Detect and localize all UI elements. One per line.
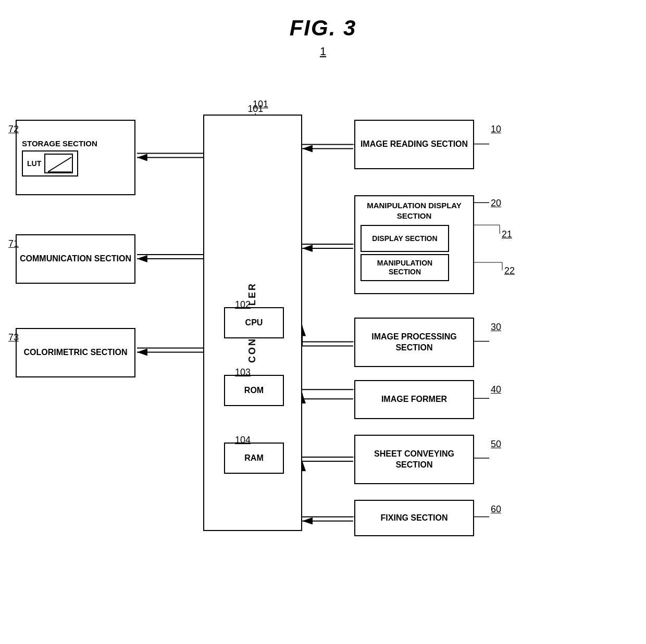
cpu-ref: 102: [235, 299, 251, 310]
communication-ref: 71: [8, 238, 19, 249]
sheet-conveying-section-box: SHEET CONVEYING SECTION: [354, 435, 474, 484]
controller-ref: 101: [253, 99, 268, 110]
image-reading-ref: 10: [491, 124, 501, 135]
display-section-inner-box: DISPLAY SECTION: [361, 225, 449, 252]
storage-section-box: STORAGE SECTION LUT: [16, 120, 135, 195]
fig-title: FIG. 3: [0, 0, 646, 41]
fixing-ref: 60: [491, 504, 501, 515]
storage-ref: 72: [8, 124, 19, 135]
sheet-conveying-ref: 50: [491, 439, 501, 450]
image-former-ref: 40: [491, 384, 501, 395]
cpu-box: CPU: [224, 307, 284, 338]
image-reading-section-box: IMAGE READING SECTION: [354, 120, 474, 169]
ram-box: RAM: [224, 443, 284, 474]
rom-ref: 103: [235, 367, 251, 378]
lut-label: LUT: [27, 159, 41, 168]
ram-ref: 104: [235, 435, 251, 446]
svg-line-44: [48, 157, 71, 172]
manipulation-section-ref: 22: [504, 266, 515, 276]
manipulation-display-section-box: MANIPULATION DISPLAY SECTION DISPLAY SEC…: [354, 195, 474, 294]
manipulation-display-label: MANIPULATION DISPLAY SECTION: [361, 200, 468, 221]
manipulation-display-ref: 20: [491, 198, 501, 209]
manipulation-section-inner-box: MANIPULATION SECTION: [361, 254, 449, 281]
colorimetric-section-box: COLORIMETRIC SECTION: [16, 328, 135, 377]
lut-container: LUT: [22, 150, 78, 176]
storage-section-label: STORAGE SECTION: [22, 138, 97, 149]
image-former-box: IMAGE FORMER: [354, 380, 474, 419]
lut-graph: [44, 154, 73, 173]
image-processing-section-box: IMAGE PROCESSING SECTION: [354, 318, 474, 367]
main-reference: 1: [0, 45, 646, 58]
rom-box: ROM: [224, 375, 284, 406]
fixing-section-box: FIXING SECTION: [354, 500, 474, 536]
colorimetric-ref: 73: [8, 332, 19, 343]
display-section-ref: 21: [502, 229, 512, 240]
image-processing-ref: 30: [491, 322, 501, 333]
communication-section-box: COMMUNICATION SECTION: [16, 234, 135, 284]
